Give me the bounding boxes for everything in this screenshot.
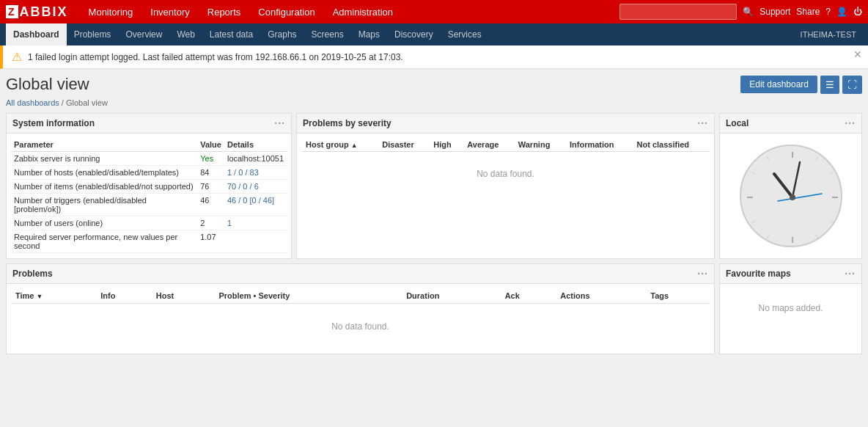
svg-line-9 — [751, 221, 755, 223]
subnav-maps[interactable]: Maps — [351, 23, 387, 45]
widget-system-information: System information ··· Parameter Value D… — [6, 113, 292, 259]
widget-local-clock: Local ··· — [719, 113, 862, 259]
widget-pbs-title: Problems by severity — [303, 118, 391, 128]
details-cell[interactable]: 1 — [224, 216, 287, 230]
subnav-latest-data[interactable]: Latest data — [202, 23, 260, 45]
user-icon[interactable]: 👤 — [836, 7, 847, 17]
nav-configuration[interactable]: Configuration — [249, 0, 323, 23]
prob-col-host[interactable]: Host — [152, 288, 215, 304]
prob-col-duration[interactable]: Duration — [402, 288, 501, 304]
nav-monitoring[interactable]: Monitoring — [80, 0, 142, 23]
nav-administration[interactable]: Administration — [324, 0, 402, 23]
sev-col-notclassified[interactable]: Not classified — [633, 138, 710, 152]
prob-col-tags[interactable]: Tags — [646, 288, 710, 304]
widget-problems-title: Problems — [12, 269, 53, 279]
svg-line-6 — [767, 156, 769, 160]
prob-col-time[interactable]: Time ▼ — [11, 288, 96, 304]
alert-icon: ⚠ — [12, 50, 22, 64]
subnav-screens[interactable]: Screens — [304, 23, 351, 45]
table-row: Number of hosts (enabled/disabled/templa… — [11, 166, 287, 180]
logo-text: ABBIX — [20, 4, 68, 20]
search-icon[interactable]: 🔍 — [743, 7, 754, 17]
subnav-dashboard[interactable]: Dashboard — [6, 23, 67, 45]
widget-system-info-header: System information ··· — [7, 114, 291, 134]
svg-line-13 — [792, 162, 800, 197]
subnav-overview[interactable]: Overview — [118, 23, 169, 45]
logout-icon[interactable]: ⏻ — [853, 7, 862, 17]
widget-problems-body: Time ▼ Info Host Problem • Severity Dura… — [7, 284, 714, 354]
table-row: No data found. — [11, 304, 710, 350]
sev-col-high[interactable]: High — [429, 138, 463, 152]
sev-col-hostgroup[interactable]: Host group ▲ — [301, 138, 378, 152]
svg-line-7 — [751, 172, 755, 174]
svg-point-15 — [790, 194, 795, 200]
prob-col-ack[interactable]: Ack — [501, 288, 556, 304]
clock-face — [740, 145, 842, 247]
widget-fav-maps-body: No maps added. — [720, 284, 861, 332]
svg-line-11 — [767, 235, 769, 238]
help-icon[interactable]: ? — [825, 7, 831, 17]
alert-close-button[interactable]: ✕ — [853, 48, 862, 60]
breadcrumb: All dashboards / Global view — [6, 98, 862, 107]
fullscreen-button[interactable]: ⛶ — [842, 76, 862, 94]
param-cell: Required server performance, new values … — [11, 230, 197, 253]
top-nav-items: Monitoring Inventory Reports Configurati… — [80, 0, 620, 23]
prob-col-info[interactable]: Info — [96, 288, 152, 304]
no-data-message: No data found. — [306, 154, 705, 194]
sev-col-information[interactable]: Information — [565, 138, 633, 152]
alert-banner: ⚠ 1 failed login attempt logged. Last fa… — [0, 45, 868, 69]
sev-col-disaster[interactable]: Disaster — [378, 138, 429, 152]
search-input[interactable] — [619, 4, 737, 20]
main-content: Global view Edit dashboard ☰ ⛶ All dashb… — [0, 69, 868, 360]
subnav-problems[interactable]: Problems — [67, 23, 119, 45]
support-link[interactable]: Support — [760, 7, 790, 17]
details-cell[interactable]: 46 / 0 [0 / 46] — [224, 194, 287, 216]
sev-col-warning[interactable]: Warning — [514, 138, 565, 152]
subnav-graphs[interactable]: Graphs — [260, 23, 304, 45]
table-row: Required server performance, new values … — [11, 230, 287, 253]
widget-local-title: Local — [726, 118, 749, 128]
param-cell: Number of users (online) — [11, 216, 197, 230]
svg-line-5 — [830, 172, 834, 174]
widget-problems-by-severity: Problems by severity ··· Host group ▲ Di… — [296, 113, 715, 259]
details-cell: localhost:10051 — [224, 152, 287, 166]
clock-svg — [741, 146, 844, 249]
sub-navigation: Dashboard Problems Overview Web Latest d… — [0, 23, 868, 45]
view-toggle-button[interactable]: ☰ — [820, 76, 839, 94]
widget-local-body — [720, 134, 861, 258]
svg-line-10 — [816, 235, 818, 238]
table-row: No data found. — [301, 152, 710, 197]
prob-col-actions[interactable]: Actions — [556, 288, 646, 304]
subnav-services[interactable]: Services — [441, 23, 489, 45]
sev-col-average[interactable]: Average — [463, 138, 513, 152]
widget-pbs-header: Problems by severity ··· — [297, 114, 714, 134]
value-cell: 76 — [197, 180, 224, 194]
widget-fav-maps-menu[interactable]: ··· — [845, 268, 856, 280]
value-cell: 46 — [197, 194, 224, 216]
widget-favourite-maps: Favourite maps ··· No maps added. — [719, 263, 862, 354]
param-cell: Number of items (enabled/disabled/not su… — [11, 180, 197, 194]
breadcrumb-all-dashboards[interactable]: All dashboards — [6, 98, 59, 107]
widget-pbs-menu[interactable]: ··· — [697, 117, 708, 129]
value-cell: 2 — [197, 216, 224, 230]
widget-local-menu[interactable]: ··· — [845, 117, 856, 129]
param-cell: Number of triggers (enabled/disabled [pr… — [11, 194, 197, 216]
widget-system-info-menu[interactable]: ··· — [274, 117, 285, 129]
problems-no-data: No data found. — [15, 307, 705, 346]
details-cell[interactable]: 70 / 0 / 6 — [224, 180, 287, 194]
nav-reports[interactable]: Reports — [199, 0, 250, 23]
share-link[interactable]: Share — [796, 7, 820, 17]
col-value: Value — [197, 138, 224, 152]
system-info-table: Parameter Value Details Zabbix server is… — [11, 138, 287, 253]
details-cell[interactable]: 1 / 0 / 83 — [224, 166, 287, 180]
nav-inventory[interactable]: Inventory — [141, 0, 198, 23]
subnav-discovery[interactable]: Discovery — [387, 23, 441, 45]
prob-col-problem[interactable]: Problem • Severity — [215, 288, 402, 304]
widget-problems: Problems ··· Time ▼ Info Host Problem • — [6, 263, 715, 354]
instance-name: ITHEIMA-TEST — [801, 30, 862, 39]
edit-dashboard-button[interactable]: Edit dashboard — [740, 76, 817, 93]
widget-problems-menu[interactable]: ··· — [697, 268, 708, 280]
subnav-web[interactable]: Web — [169, 23, 202, 45]
logo: Z ABBIX — [6, 4, 68, 20]
svg-line-4 — [816, 156, 818, 160]
